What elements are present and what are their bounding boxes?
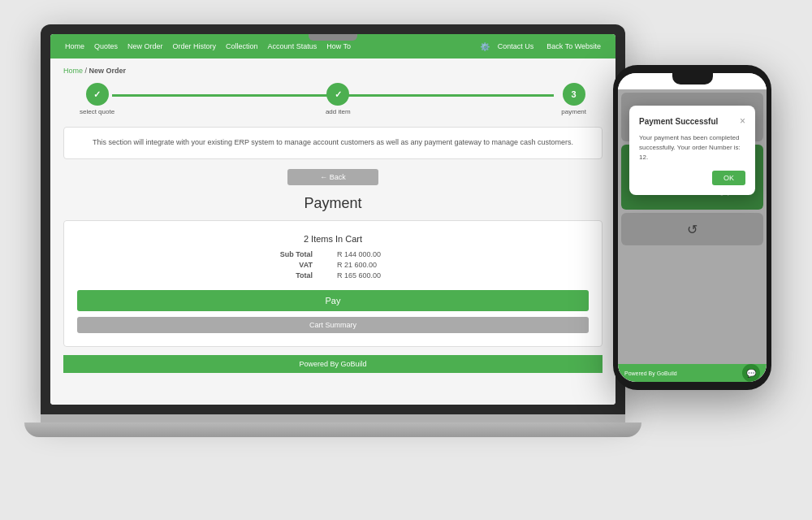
phone-chat-button[interactable]: 💬 <box>742 364 760 382</box>
laptop-screen: Home Quotes New Order Order History Coll… <box>50 34 615 405</box>
screen-footer: Powered By GoBuild <box>63 355 603 373</box>
cart-items-title: 2 Items In Cart <box>77 234 589 244</box>
back-btn-wrapper: ← Back <box>63 169 603 185</box>
phone-modal-close-button[interactable]: × <box>740 115 745 127</box>
phone-modal-ok-wrapper: OK <box>639 171 745 185</box>
nav-order-history[interactable]: Order History <box>168 42 222 50</box>
step-1: ✓ select quote <box>80 83 114 115</box>
phone-ok-button[interactable]: OK <box>712 171 745 185</box>
cart-subtotal-row: Sub Total R 144 000.00 <box>77 250 589 258</box>
nav-home[interactable]: Home <box>60 42 89 50</box>
nav-collection[interactable]: Collection <box>221 42 263 50</box>
phone-footer-text: Powered By GoBuild <box>624 370 677 376</box>
info-box: This section will integrate with your ex… <box>63 127 603 159</box>
laptop-hinge <box>41 414 625 422</box>
nav-back-to-website[interactable]: Back To Website <box>542 42 606 50</box>
cart-total-row: Total R 165 600.00 <box>77 271 589 280</box>
breadcrumb: Home / New Order <box>63 67 603 75</box>
phone: View Existing Quotes 🛒 New Order Place O… <box>613 65 771 390</box>
step-3: 3 payment <box>561 83 586 115</box>
step-2-circle: ✓ <box>326 83 349 106</box>
vat-value: R 21 600.00 <box>337 261 394 269</box>
payment-title: Payment <box>63 195 603 212</box>
breadcrumb-home[interactable]: Home <box>63 67 83 75</box>
breadcrumb-current: New Order <box>89 67 127 75</box>
cart-summary-button[interactable]: Cart Summary <box>77 317 589 333</box>
subtotal-label: Sub Total <box>272 250 313 258</box>
phone-notch <box>672 73 713 84</box>
phone-modal-header: Payment Successful × <box>639 115 745 127</box>
step-1-circle: ✓ <box>86 83 109 106</box>
laptop-notch <box>309 34 357 41</box>
total-label: Total <box>272 271 313 280</box>
support-icon: ⚙️ <box>480 42 490 51</box>
phone-modal-body: Your payment has been completed successf… <box>639 133 745 162</box>
step-1-label: select quote <box>80 108 114 115</box>
nav-contact-us[interactable]: Contact Us <box>493 42 539 50</box>
vat-label: VAT <box>272 261 313 269</box>
cart-vat-row: VAT R 21 600.00 <box>77 261 589 269</box>
laptop-body: Home Quotes New Order Order History Coll… <box>41 24 625 414</box>
scene: Home Quotes New Order Order History Coll… <box>0 0 812 520</box>
phone-screen: View Existing Quotes 🛒 New Order Place O… <box>618 73 767 382</box>
phone-footer: Powered By GoBuild 💬 <box>618 364 767 382</box>
nav-new-order[interactable]: New Order <box>123 42 168 50</box>
nav-account-status[interactable]: Account Status <box>263 42 322 50</box>
step-3-label: payment <box>561 108 586 115</box>
phone-modal-title: Payment Successful <box>639 117 718 126</box>
pay-button[interactable]: Pay <box>77 290 589 311</box>
nav-how-to[interactable]: How To <box>322 42 356 50</box>
laptop: Home Quotes New Order Order History Coll… <box>41 24 625 479</box>
laptop-base <box>24 422 641 437</box>
phone-modal-overlay: Payment Successful × Your payment has be… <box>618 89 767 382</box>
stepper: ✓ select quote ✓ add item 3 payment <box>63 83 603 115</box>
total-value: R 165 600.00 <box>337 271 394 280</box>
chat-icon: 💬 <box>746 369 756 378</box>
subtotal-value: R 144 000.00 <box>337 250 394 258</box>
step-3-circle: 3 <box>563 83 585 106</box>
phone-modal: Payment Successful × Your payment has be… <box>629 106 755 195</box>
cart-box: 2 Items In Cart Sub Total R 144 000.00 V… <box>63 220 603 347</box>
info-text: This section will integrate with your ex… <box>93 138 573 146</box>
nav-quotes[interactable]: Quotes <box>89 42 123 50</box>
screen-content: Home / New Order ✓ select quote ✓ <box>50 58 615 405</box>
step-2-label: add item <box>326 108 351 115</box>
nav-right: ⚙️ Contact Us Back To Website <box>480 42 606 51</box>
step-2: ✓ add item <box>326 83 351 115</box>
back-button[interactable]: ← Back <box>287 169 378 185</box>
